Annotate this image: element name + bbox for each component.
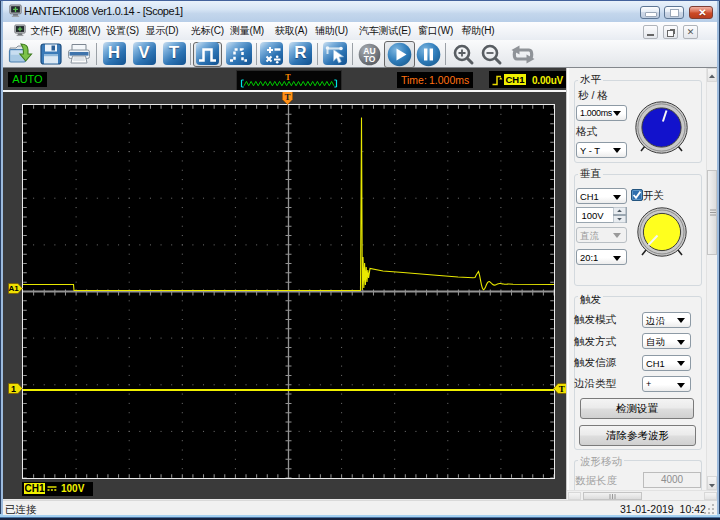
svg-text:T: T [559, 384, 565, 394]
svg-text:A1: A1 [8, 284, 19, 293]
svg-text:1: 1 [11, 384, 16, 394]
svg-text:TO: TO [363, 54, 375, 64]
svg-text:T: T [285, 73, 291, 82]
svg-text:T: T [284, 92, 290, 102]
